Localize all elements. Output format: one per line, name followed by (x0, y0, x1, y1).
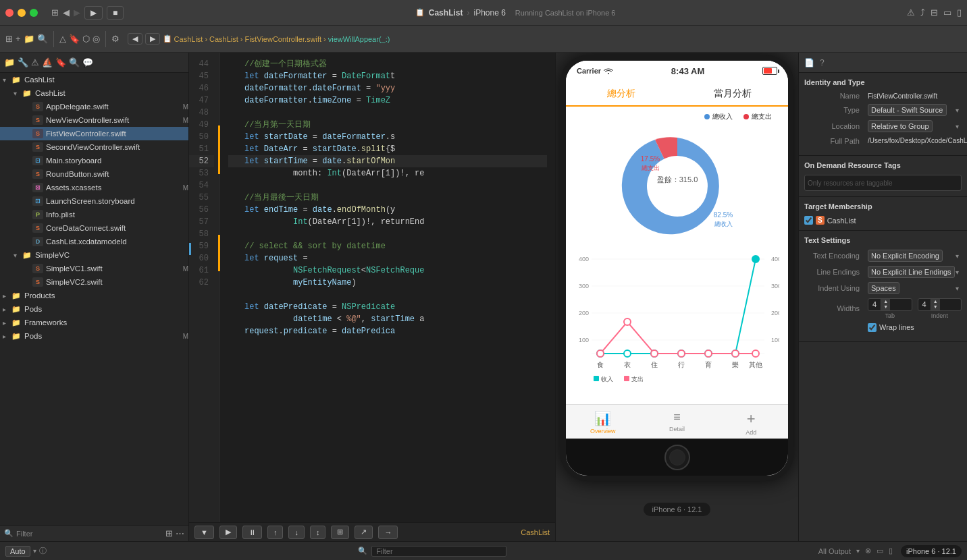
sidebar-toggle-icon[interactable]: ⊞ (51, 7, 59, 18)
sidebar-item-simplevc-group[interactable]: ▾ 📁 SimpleVC (0, 248, 188, 262)
sidebar-item-launchscreen[interactable]: ▸ ⊡ LaunchScreen.storyboard (0, 194, 188, 208)
wraplines-checkbox-group[interactable]: Wrap lines (868, 323, 914, 332)
inspector-icon-file[interactable]: 📄 (804, 58, 814, 67)
sidebar-item-cashlist-root[interactable]: ▾ 📁 CashList (0, 73, 188, 86)
sidebar-icon6[interactable]: 🔍 (69, 57, 80, 67)
inspector-indent-select-wrapper[interactable]: Spaces (868, 282, 962, 294)
build-button[interactable]: ▶ (84, 6, 103, 20)
indent-down[interactable]: ▼ (931, 304, 940, 310)
hierarchy-icon[interactable]: ⚙ (111, 34, 120, 44)
home-button[interactable] (664, 445, 690, 470)
target-membership-item[interactable]: S CashList (804, 216, 962, 225)
debug-btn-expand[interactable]: ▼ (194, 526, 214, 539)
nav-back-icon[interactable]: ◀ (63, 7, 70, 18)
sidebar-item-fistviewcontroller[interactable]: ▸ S FistViewController.swift (0, 127, 188, 140)
inspector-lineendings-select-wrapper[interactable]: No Explicit Line Endings (868, 266, 962, 278)
debug-btn-play[interactable]: ▶ (219, 526, 237, 539)
breadcrumb-label3[interactable]: FistViewController.swift (245, 35, 322, 43)
sidebar-item-mainstoryboard[interactable]: ▸ ⊡ Main.storyboard (0, 154, 188, 167)
sidebar-item-frameworks[interactable]: ▸ 📁 Frameworks (0, 316, 188, 329)
sidebar-item-roundbutton[interactable]: ▸ S RoundButton.swift (0, 167, 188, 181)
app-tabs[interactable]: 總分析 當月分析 (566, 81, 788, 107)
inspector-indent-select[interactable]: Spaces (868, 282, 899, 294)
sidebar-item-newviewcontroller[interactable]: ▸ S NewViewController.swift M (0, 113, 188, 127)
layout-icon-bottom[interactable]: ▭ (877, 547, 883, 555)
sidebar-filter-options-icon[interactable]: ⋯ (176, 528, 184, 538)
debug-btn-stepover[interactable]: ↑ (267, 526, 284, 539)
nav-forward-icon[interactable]: ▶ (74, 7, 80, 18)
close-button[interactable] (5, 9, 14, 17)
inspector-type-select-wrapper[interactable]: Default - Swift Source (868, 104, 962, 116)
info-icon[interactable]: ⓘ (39, 546, 47, 556)
find-icon[interactable]: ◎ (93, 34, 100, 44)
sidebar-icon1[interactable]: 📁 (4, 57, 15, 67)
inspector-encoding-select[interactable]: No Explicit Encoding (868, 250, 943, 262)
sidebar-icon7[interactable]: 💬 (82, 57, 93, 67)
sidebar-item-secondviewcontroller[interactable]: ▸ S SecondViewController.swift (0, 140, 188, 154)
nav-add[interactable]: + Add (714, 405, 788, 439)
sidebar-item-coredataconnect[interactable]: ▸ S CoreDataConnect.swift (0, 221, 188, 235)
debug-btn-stepin[interactable]: ↓ (288, 526, 305, 539)
debug-btn-share[interactable]: ↗ (355, 526, 373, 539)
layout2-icon-bottom[interactable]: ▯ (889, 547, 893, 555)
window-controls[interactable] (5, 9, 38, 17)
minimize-button[interactable] (18, 9, 26, 17)
breadcrumb-label2[interactable]: CashList (209, 35, 238, 43)
search-icon[interactable]: 🔍 (37, 34, 48, 44)
breadcrumb-cashlist1[interactable]: 📋 (163, 34, 172, 43)
inspector-encoding-select-wrapper[interactable]: No Explicit Encoding (868, 250, 962, 262)
tab-stepper-arrows[interactable]: ▲ ▼ (881, 299, 890, 310)
sidebar-icon3[interactable]: ⚠ (31, 57, 39, 67)
indent-stepper[interactable]: 4 ▲ ▼ (918, 298, 962, 311)
sidebar-item-appdelegate[interactable]: ▸ S AppDelegate.swift M (0, 100, 188, 113)
app-nav[interactable]: 📊 Overview ≡ Detail + Add (566, 404, 788, 439)
bookmark-icon[interactable]: 🔖 (69, 34, 80, 44)
sidebar-item-cashlist-group[interactable]: ▾ 📁 CashList (0, 86, 188, 100)
breadcrumb-label4[interactable]: viewWillAppear(_:) (328, 35, 390, 43)
nav-overview[interactable]: 📊 Overview (566, 405, 640, 439)
sidebar-item-assets[interactable]: ▸ ⊠ Assets.xcassets M (0, 181, 188, 194)
inspector-location-select-wrapper[interactable]: Relative to Group (868, 120, 962, 132)
sidebar-item-simplevc2[interactable]: ▸ S SimpleVC2.swift (0, 275, 188, 289)
add-file-icon[interactable]: + (16, 34, 21, 44)
debug-btn-stepout[interactable]: ↕ (310, 526, 326, 539)
sidebar-item-pods2[interactable]: ▸ 📁 Pods M (0, 329, 188, 343)
inspector-toggle-icon[interactable]: ⊟ (931, 7, 938, 18)
indent-up[interactable]: ▲ (931, 299, 940, 304)
sidebar-item-products[interactable]: ▸ 📁 Products (0, 289, 188, 302)
share-icon[interactable]: ⤴ (920, 7, 925, 18)
auto-down-icon[interactable]: ▾ (33, 547, 36, 555)
maximize-button[interactable] (30, 9, 38, 17)
stop-button[interactable]: ■ (107, 6, 124, 20)
tab-monthly-analysis[interactable]: 當月分析 (677, 81, 789, 105)
indent-stepper-arrows[interactable]: ▲ ▼ (931, 299, 940, 310)
layout2-icon[interactable]: ▯ (957, 7, 962, 18)
nav-next-icon[interactable]: ▶ (145, 33, 160, 45)
inspector-type-select[interactable]: Default - Swift Source (868, 104, 947, 116)
sidebar-icon2[interactable]: 🔧 (18, 57, 28, 67)
sidebar-icon4[interactable]: ⛵ (42, 57, 53, 67)
tab-down[interactable]: ▼ (881, 304, 890, 310)
tab-stepper[interactable]: 4 ▲ ▼ (868, 298, 912, 311)
nav-prev-icon[interactable]: ◀ (128, 33, 142, 45)
breakpoint-icon[interactable]: ⬡ (82, 34, 90, 44)
output-arrow[interactable]: ▾ (856, 547, 860, 555)
inspector-icon-quick[interactable]: ? (820, 58, 825, 67)
sidebar-item-pods-main[interactable]: ▸ 📁 Pods (0, 302, 188, 316)
editor-content[interactable]: 44 45 46 47 48 49 50 51 52 53 54 55 56 5… (189, 53, 555, 522)
inspector-lineendings-select[interactable]: No Explicit Line Endings (868, 266, 955, 278)
code-area[interactable]: //创建一个日期格式器 let dateFormatter = DateForm… (220, 53, 555, 522)
debug-btn-pause[interactable]: ⏸ (242, 526, 262, 539)
grid-icon[interactable]: ⊞ (5, 34, 13, 44)
sidebar-filter-add-icon[interactable]: ⊞ (165, 528, 173, 538)
sidebar-item-cashlistxcdatamodel[interactable]: ▸ D CashList.xcdatamodeld (0, 235, 188, 248)
nav-detail[interactable]: ≡ Detail (640, 405, 714, 439)
tab-up[interactable]: ▲ (881, 299, 890, 304)
folder-icon[interactable]: 📁 (24, 34, 34, 44)
inspector-location-select[interactable]: Relative to Group (868, 120, 933, 132)
bottom-filter-input[interactable] (371, 546, 506, 557)
wraplines-checkbox[interactable] (868, 323, 877, 332)
on-demand-tags-input[interactable]: Only resources are taggable (804, 175, 962, 191)
breadcrumb-label1[interactable]: CashList (174, 35, 203, 43)
tab-total-analysis[interactable]: 總分析 (566, 81, 677, 105)
